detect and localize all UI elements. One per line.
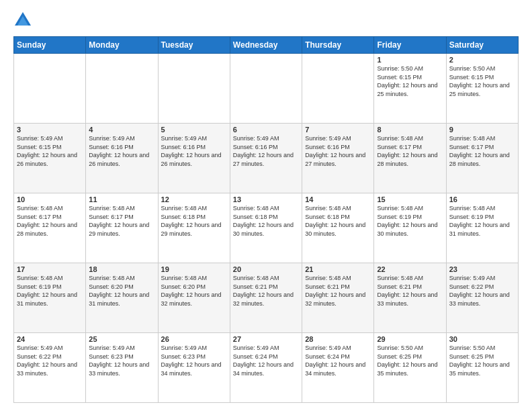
header [13,11,519,30]
day-info: Sunrise: 5:48 AMSunset: 6:17 PMDaylight:… [377,134,443,168]
calendar-cell: 26Sunrise: 5:49 AMSunset: 6:23 PMDayligh… [158,333,230,403]
calendar-cell: 7Sunrise: 5:49 AMSunset: 6:16 PMDaylight… [302,124,374,193]
calendar-cell [86,54,158,124]
calendar-week-row: 3Sunrise: 5:49 AMSunset: 6:15 PMDaylight… [14,124,519,193]
day-info: Sunrise: 5:48 AMSunset: 6:21 PMDaylight:… [233,274,299,308]
day-info: Sunrise: 5:48 AMSunset: 6:20 PMDaylight:… [89,274,154,308]
day-number: 20 [233,265,299,273]
calendar-cell: 14Sunrise: 5:48 AMSunset: 6:18 PMDayligh… [302,193,374,263]
day-info: Sunrise: 5:48 AMSunset: 6:18 PMDaylight:… [233,204,299,238]
day-info: Sunrise: 5:48 AMSunset: 6:18 PMDaylight:… [305,204,371,238]
day-info: Sunrise: 5:49 AMSunset: 6:23 PMDaylight:… [89,344,154,377]
day-info: Sunrise: 5:49 AMSunset: 6:16 PMDaylight:… [89,134,154,168]
day-number: 21 [305,265,371,273]
calendar-cell: 17Sunrise: 5:48 AMSunset: 6:19 PMDayligh… [14,263,86,333]
calendar-cell: 10Sunrise: 5:48 AMSunset: 6:17 PMDayligh… [14,193,86,263]
day-number: 6 [233,126,299,134]
day-number: 22 [377,265,443,273]
calendar-cell [14,54,86,124]
calendar-cell: 18Sunrise: 5:48 AMSunset: 6:20 PMDayligh… [86,263,158,333]
day-number: 17 [17,265,83,273]
calendar-cell: 5Sunrise: 5:49 AMSunset: 6:16 PMDaylight… [158,124,230,193]
calendar-cell: 1Sunrise: 5:50 AMSunset: 6:15 PMDaylight… [374,54,446,124]
calendar-cell: 12Sunrise: 5:48 AMSunset: 6:18 PMDayligh… [158,193,230,263]
day-number: 24 [17,335,83,343]
calendar-cell [302,54,374,124]
calendar-cell: 11Sunrise: 5:48 AMSunset: 6:17 PMDayligh… [86,193,158,263]
calendar-week-row: 17Sunrise: 5:48 AMSunset: 6:19 PMDayligh… [14,263,519,333]
calendar-cell: 28Sunrise: 5:49 AMSunset: 6:24 PMDayligh… [302,333,374,403]
day-info: Sunrise: 5:50 AMSunset: 6:25 PMDaylight:… [449,344,515,377]
day-number: 2 [449,56,515,64]
calendar-cell: 20Sunrise: 5:48 AMSunset: 6:21 PMDayligh… [230,263,302,333]
day-info: Sunrise: 5:49 AMSunset: 6:24 PMDaylight:… [233,344,299,377]
calendar-cell: 2Sunrise: 5:50 AMSunset: 6:15 PMDaylight… [446,54,518,124]
calendar-cell: 24Sunrise: 5:49 AMSunset: 6:22 PMDayligh… [14,333,86,403]
page: SundayMondayTuesdayWednesdayThursdayFrid… [0,0,532,411]
day-info: Sunrise: 5:49 AMSunset: 6:23 PMDaylight:… [161,344,227,377]
day-info: Sunrise: 5:48 AMSunset: 6:20 PMDaylight:… [161,274,227,308]
day-info: Sunrise: 5:48 AMSunset: 6:19 PMDaylight:… [17,274,83,308]
calendar-cell: 27Sunrise: 5:49 AMSunset: 6:24 PMDayligh… [230,333,302,403]
day-info: Sunrise: 5:50 AMSunset: 6:15 PMDaylight:… [449,64,515,98]
day-number: 27 [233,335,299,343]
day-info: Sunrise: 5:48 AMSunset: 6:21 PMDaylight:… [377,274,443,308]
day-number: 3 [17,126,83,134]
calendar-cell: 8Sunrise: 5:48 AMSunset: 6:17 PMDaylight… [374,124,446,193]
day-number: 12 [161,195,227,203]
day-number: 15 [377,195,443,203]
day-number: 19 [161,265,227,273]
day-number: 23 [449,265,515,273]
calendar-header-row: SundayMondayTuesdayWednesdayThursdayFrid… [14,37,519,54]
day-info: Sunrise: 5:49 AMSunset: 6:16 PMDaylight:… [233,134,299,168]
calendar-cell: 29Sunrise: 5:50 AMSunset: 6:25 PMDayligh… [374,333,446,403]
calendar-week-row: 1Sunrise: 5:50 AMSunset: 6:15 PMDaylight… [14,54,519,124]
day-info: Sunrise: 5:49 AMSunset: 6:22 PMDaylight:… [449,274,515,308]
logo [13,11,35,30]
day-number: 10 [17,195,83,203]
calendar-cell: 15Sunrise: 5:48 AMSunset: 6:19 PMDayligh… [374,193,446,263]
calendar-cell: 13Sunrise: 5:48 AMSunset: 6:18 PMDayligh… [230,193,302,263]
calendar-cell: 3Sunrise: 5:49 AMSunset: 6:15 PMDaylight… [14,124,86,193]
calendar-cell: 30Sunrise: 5:50 AMSunset: 6:25 PMDayligh… [446,333,518,403]
day-info: Sunrise: 5:50 AMSunset: 6:15 PMDaylight:… [377,64,443,98]
day-number: 8 [377,126,443,134]
day-info: Sunrise: 5:48 AMSunset: 6:17 PMDaylight:… [17,204,83,238]
day-info: Sunrise: 5:48 AMSunset: 6:19 PMDaylight:… [449,204,515,238]
weekday-header: Thursday [302,37,374,54]
day-info: Sunrise: 5:49 AMSunset: 6:22 PMDaylight:… [17,344,83,377]
day-info: Sunrise: 5:48 AMSunset: 6:19 PMDaylight:… [377,204,443,238]
day-number: 28 [305,335,371,343]
day-number: 9 [449,126,515,134]
day-info: Sunrise: 5:48 AMSunset: 6:18 PMDaylight:… [161,204,227,238]
day-info: Sunrise: 5:49 AMSunset: 6:24 PMDaylight:… [305,344,371,377]
day-number: 25 [89,335,154,343]
day-number: 29 [377,335,443,343]
day-number: 7 [305,126,371,134]
day-number: 18 [89,265,154,273]
day-info: Sunrise: 5:49 AMSunset: 6:16 PMDaylight:… [305,134,371,168]
day-number: 1 [377,56,443,64]
calendar-cell: 6Sunrise: 5:49 AMSunset: 6:16 PMDaylight… [230,124,302,193]
day-number: 30 [449,335,515,343]
calendar-table: SundayMondayTuesdayWednesdayThursdayFrid… [13,36,519,403]
day-info: Sunrise: 5:49 AMSunset: 6:16 PMDaylight:… [161,134,227,168]
calendar-cell [230,54,302,124]
day-info: Sunrise: 5:48 AMSunset: 6:17 PMDaylight:… [449,134,515,168]
weekday-header: Monday [86,37,158,54]
calendar-cell: 25Sunrise: 5:49 AMSunset: 6:23 PMDayligh… [86,333,158,403]
day-number: 4 [89,126,154,134]
day-number: 11 [89,195,154,203]
weekday-header: Sunday [14,37,86,54]
day-number: 26 [161,335,227,343]
calendar-cell: 4Sunrise: 5:49 AMSunset: 6:16 PMDaylight… [86,124,158,193]
day-number: 16 [449,195,515,203]
day-info: Sunrise: 5:50 AMSunset: 6:25 PMDaylight:… [377,344,443,377]
calendar-cell: 22Sunrise: 5:48 AMSunset: 6:21 PMDayligh… [374,263,446,333]
calendar-cell: 23Sunrise: 5:49 AMSunset: 6:22 PMDayligh… [446,263,518,333]
calendar-cell: 19Sunrise: 5:48 AMSunset: 6:20 PMDayligh… [158,263,230,333]
calendar-cell: 9Sunrise: 5:48 AMSunset: 6:17 PMDaylight… [446,124,518,193]
calendar-week-row: 24Sunrise: 5:49 AMSunset: 6:22 PMDayligh… [14,333,519,403]
weekday-header: Friday [374,37,446,54]
day-number: 14 [305,195,371,203]
